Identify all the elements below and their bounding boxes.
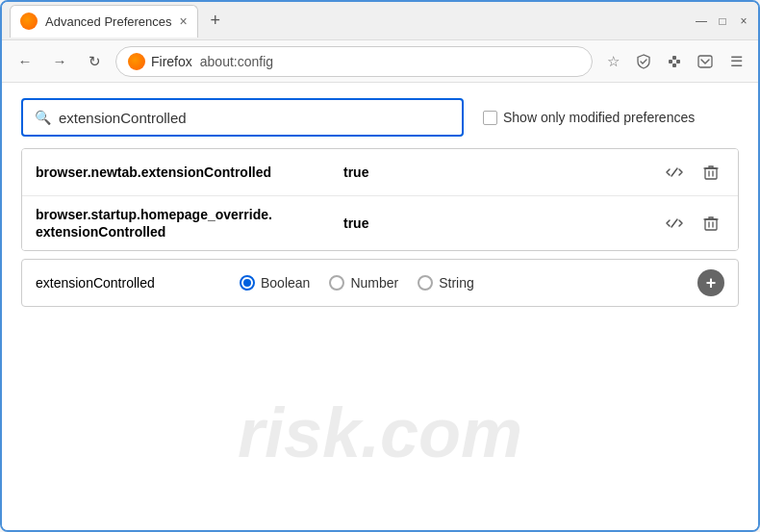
radio-number-label: Number <box>350 275 398 291</box>
radio-number[interactable]: Number <box>329 275 398 291</box>
back-button[interactable]: ← <box>12 48 38 75</box>
radio-string-circle[interactable] <box>418 275 433 291</box>
nav-icons: ☆ ☰ <box>600 49 748 74</box>
firefox-tab-icon <box>20 13 38 30</box>
bookmark-icon[interactable]: ☆ <box>600 49 625 74</box>
show-modified-checkbox-label[interactable]: Show only modified preferences <box>483 110 695 125</box>
add-preference-row: extensionControlled Boolean Number Strin… <box>21 259 739 307</box>
preferences-table: browser.newtab.extensionControlled true <box>21 148 739 251</box>
radio-string[interactable]: String <box>418 275 474 291</box>
watermark: risk.com <box>238 393 522 472</box>
svg-rect-2 <box>672 56 676 60</box>
svg-rect-4 <box>698 56 712 67</box>
show-modified-checkbox[interactable] <box>483 111 497 125</box>
table-row: browser.startup.homepage_override. exten… <box>22 196 738 250</box>
radio-string-label: String <box>439 275 474 291</box>
pref-value-2: true <box>343 215 661 231</box>
page-content: 🔍 Show only modified preferences browser… <box>2 83 758 530</box>
pref-name-2: browser.startup.homepage_override. exten… <box>36 206 343 241</box>
title-bar: Advanced Preferences × + — □ × <box>2 2 758 40</box>
browser-window: Advanced Preferences × + — □ × ← → ↻ Fir… <box>0 0 760 532</box>
navigation-bar: ← → ↻ Firefox about:config ☆ <box>2 40 758 83</box>
address-bar[interactable]: Firefox about:config <box>115 46 593 77</box>
firefox-logo-icon <box>128 53 145 70</box>
toggle-button-1[interactable] <box>661 159 688 186</box>
browser-tab[interactable]: Advanced Preferences × <box>10 5 198 38</box>
svg-rect-6 <box>705 219 717 230</box>
add-preference-button[interactable]: + <box>697 269 724 296</box>
pref-actions-2 <box>661 210 724 237</box>
firefox-label: Firefox <box>151 54 192 69</box>
pref-name-1: browser.newtab.extensionControlled <box>36 164 343 181</box>
search-icon: 🔍 <box>35 110 51 125</box>
new-tab-button[interactable]: + <box>202 8 229 35</box>
menu-button[interactable]: ☰ <box>723 49 748 74</box>
window-controls: — □ × <box>695 14 750 28</box>
delete-button-1[interactable] <box>697 159 724 186</box>
radio-number-circle[interactable] <box>329 275 344 291</box>
address-text: about:config <box>200 54 273 69</box>
reload-button[interactable]: ↻ <box>81 48 108 75</box>
pref-name-2-line2: extensionControlled <box>36 224 165 240</box>
search-bar[interactable]: 🔍 <box>21 98 464 137</box>
pref-value-1: true <box>343 165 661 180</box>
tab-title: Advanced Preferences <box>45 14 172 29</box>
svg-rect-0 <box>669 60 672 63</box>
new-pref-name: extensionControlled <box>36 275 228 291</box>
search-input[interactable] <box>59 110 450 126</box>
svg-rect-1 <box>676 60 680 63</box>
maximize-button[interactable]: □ <box>716 14 729 28</box>
delete-button-2[interactable] <box>697 210 724 237</box>
tab-close-button[interactable]: × <box>180 14 188 28</box>
close-button[interactable]: × <box>737 14 750 28</box>
svg-rect-3 <box>672 63 676 67</box>
type-radio-group: Boolean Number String <box>240 275 686 291</box>
checkbox-label-text: Show only modified preferences <box>503 110 695 125</box>
shield-icon[interactable] <box>631 49 656 74</box>
table-row: browser.newtab.extensionControlled true <box>22 149 738 196</box>
top-controls: 🔍 Show only modified preferences <box>21 98 739 137</box>
radio-boolean-label: Boolean <box>261 275 310 291</box>
forward-button[interactable]: → <box>46 48 73 75</box>
extension-icon[interactable] <box>662 49 687 74</box>
radio-boolean-circle[interactable] <box>240 275 255 291</box>
toggle-button-2[interactable] <box>661 210 688 237</box>
svg-rect-5 <box>705 168 717 179</box>
pref-name-2-line1: browser.startup.homepage_override. <box>36 207 272 222</box>
pocket-icon[interactable] <box>693 49 718 74</box>
minimize-button[interactable]: — <box>695 14 708 28</box>
pref-actions-1 <box>661 159 724 186</box>
radio-boolean[interactable]: Boolean <box>240 275 310 291</box>
